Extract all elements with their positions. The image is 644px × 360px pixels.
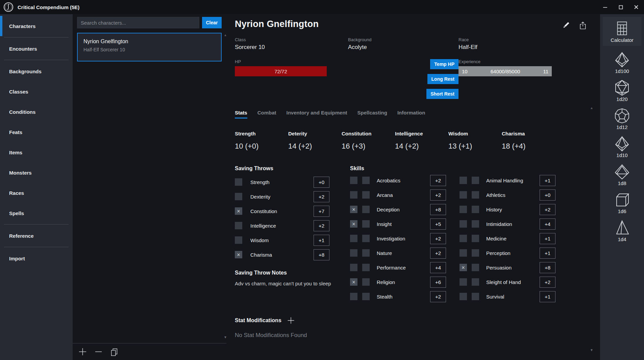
skill-bonus[interactable]: +1 (540, 175, 555, 186)
skill-expertise-checkbox[interactable] (362, 249, 370, 257)
save-prof-checkbox[interactable] (235, 193, 242, 200)
scroll-up-icon[interactable]: ▲ (590, 106, 593, 110)
skill-bonus[interactable]: +1 (540, 248, 555, 259)
skill-prof-checkbox[interactable] (350, 206, 357, 213)
skill-expertise-checkbox[interactable] (472, 235, 479, 242)
roll-1d4-button[interactable]: 1d4 (614, 220, 630, 242)
sidebar-item-monsters[interactable]: Monsters (0, 162, 73, 183)
skill-prof-checkbox[interactable] (350, 278, 357, 286)
skill-bonus[interactable]: +2 (430, 248, 446, 259)
skill-expertise-checkbox[interactable] (362, 177, 370, 184)
scroll-down-icon[interactable]: ▼ (590, 348, 593, 352)
roll-1d6-button[interactable]: 1d6 (614, 192, 630, 214)
save-prof-checkbox[interactable] (235, 178, 242, 186)
hp-bar[interactable]: 72/72 (235, 66, 327, 76)
search-input[interactable] (77, 17, 199, 28)
roll-1d100-button[interactable]: 1d100 (614, 52, 630, 74)
skill-prof-checkbox[interactable] (350, 264, 357, 271)
save-bonus[interactable]: +8 (314, 249, 329, 260)
calculator-button[interactable]: Calculator (603, 17, 641, 46)
skill-bonus[interactable]: +4 (540, 218, 555, 230)
skill-expertise-checkbox[interactable] (472, 264, 479, 271)
roll-1d12-button[interactable]: 1d12 (614, 108, 630, 130)
minimize-icon[interactable] (597, 0, 613, 14)
skill-bonus[interactable]: +2 (430, 291, 446, 302)
close-icon[interactable] (628, 0, 644, 14)
skill-expertise-checkbox[interactable] (362, 264, 370, 271)
skill-bonus[interactable]: +0 (540, 189, 555, 201)
tab-stats[interactable]: Stats (235, 110, 247, 119)
skill-prof-checkbox[interactable] (460, 264, 467, 271)
tab-information[interactable]: Information (397, 110, 425, 119)
roll-1d10-button[interactable]: 1d10 (614, 136, 630, 158)
skill-expertise-checkbox[interactable] (362, 278, 370, 286)
tab-combat[interactable]: Combat (257, 110, 276, 119)
save-bonus[interactable]: +2 (314, 220, 329, 231)
skill-expertise-checkbox[interactable] (472, 220, 479, 228)
save-bonus[interactable]: +2 (314, 191, 329, 202)
sidebar-item-reference[interactable]: Reference (0, 226, 73, 246)
long-rest-button[interactable]: Long Rest (427, 74, 459, 84)
sidebar-item-feats[interactable]: Feats (0, 122, 73, 142)
sidebar-item-import[interactable]: Import (0, 248, 73, 268)
skill-prof-checkbox[interactable] (350, 249, 357, 257)
skill-bonus[interactable]: +2 (430, 175, 446, 186)
short-rest-button[interactable]: Short Rest (426, 89, 459, 99)
skill-bonus[interactable]: +2 (540, 277, 555, 288)
skill-expertise-checkbox[interactable] (362, 235, 370, 242)
sidebar-item-races[interactable]: Races (0, 183, 73, 203)
skill-prof-checkbox[interactable] (460, 220, 467, 228)
roll-1d8-button[interactable]: 1d8 (614, 164, 630, 186)
skill-expertise-checkbox[interactable] (362, 220, 370, 228)
sidebar-item-items[interactable]: Items (0, 142, 73, 162)
sidebar-item-classes[interactable]: Classes (0, 81, 73, 102)
tab-spellcasting[interactable]: Spellcasting (357, 110, 387, 119)
sidebar-item-spells[interactable]: Spells (0, 203, 73, 223)
skill-bonus[interactable]: +2 (430, 189, 446, 201)
skill-bonus[interactable]: +2 (540, 204, 555, 215)
add-character-icon[interactable] (77, 347, 88, 357)
skill-expertise-checkbox[interactable] (472, 278, 479, 286)
duplicate-character-icon[interactable] (109, 347, 119, 357)
sidebar-item-characters[interactable]: Characters (0, 16, 73, 36)
skill-expertise-checkbox[interactable] (472, 191, 479, 199)
scroll-up-icon[interactable]: ▲ (224, 33, 227, 37)
remove-character-icon[interactable] (93, 347, 103, 357)
edit-pencil-icon[interactable] (562, 21, 570, 30)
tab-inventory[interactable]: Inventory and Equipment (287, 110, 347, 119)
skill-bonus[interactable]: +5 (430, 218, 446, 230)
save-prof-checkbox[interactable] (235, 236, 242, 244)
skill-expertise-checkbox[interactable] (472, 293, 479, 300)
skill-prof-checkbox[interactable] (460, 293, 467, 300)
clear-search-button[interactable]: Clear (202, 17, 222, 28)
skill-prof-checkbox[interactable] (460, 278, 467, 286)
save-prof-checkbox[interactable] (235, 207, 242, 215)
skill-bonus[interactable]: +2 (430, 233, 446, 244)
save-bonus[interactable]: +1 (314, 235, 329, 246)
skill-expertise-checkbox[interactable] (362, 206, 370, 213)
skill-bonus[interactable]: +1 (540, 233, 555, 244)
skill-prof-checkbox[interactable] (460, 235, 467, 242)
skill-prof-checkbox[interactable] (350, 235, 357, 242)
maximize-icon[interactable] (613, 0, 628, 14)
skill-bonus[interactable]: +4 (430, 262, 446, 273)
share-icon[interactable] (578, 21, 587, 30)
temp-hp-button[interactable]: Temp HP (430, 59, 459, 69)
add-stat-modification-icon[interactable] (287, 316, 295, 325)
save-prof-checkbox[interactable] (235, 222, 242, 229)
skill-prof-checkbox[interactable] (460, 177, 467, 184)
skill-bonus[interactable]: +8 (540, 262, 555, 273)
save-bonus[interactable]: +0 (314, 177, 329, 188)
skill-prof-checkbox[interactable] (460, 206, 467, 213)
skill-expertise-checkbox[interactable] (472, 249, 479, 257)
save-bonus[interactable]: +7 (314, 206, 329, 217)
sidebar-item-backgrounds[interactable]: Backgrounds (0, 61, 73, 81)
skill-expertise-checkbox[interactable] (472, 177, 479, 184)
skill-prof-checkbox[interactable] (350, 191, 357, 199)
skill-expertise-checkbox[interactable] (362, 293, 370, 300)
skill-expertise-checkbox[interactable] (472, 206, 479, 213)
save-prof-checkbox[interactable] (235, 251, 242, 258)
sidebar-item-encounters[interactable]: Encounters (0, 38, 73, 59)
skill-bonus[interactable]: +1 (540, 291, 555, 302)
roll-1d20-button[interactable]: 1d20 (614, 80, 630, 102)
